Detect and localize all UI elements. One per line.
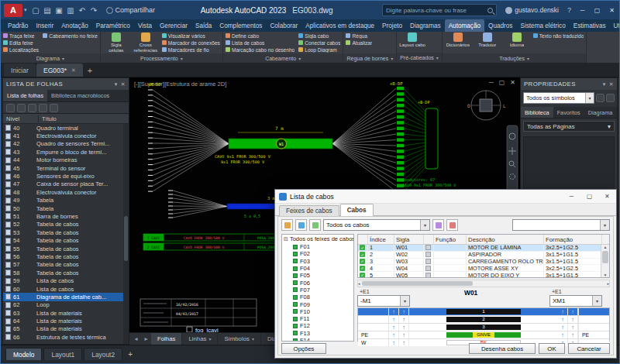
wire-arrow-icon[interactable]: ↑ [568, 308, 578, 315]
plot-icon[interactable]: ▥ [65, 6, 77, 15]
sheet-row[interactable]: 56Tabela de cabos [3, 252, 129, 260]
autocad-logo[interactable]: A [4, 4, 22, 17]
tree-item-f01[interactable]: F01 [282, 243, 353, 250]
wire-arrow-icon[interactable]: ↑ [568, 331, 578, 338]
tree-item-f02[interactable]: F02 [282, 250, 353, 257]
tree-item-f08[interactable]: F08 [282, 294, 353, 300]
sheet-row[interactable]: 40Quadro terminal [3, 124, 129, 132]
panel-caption-regua-de-bornes[interactable]: Régua de bornes▾ [343, 53, 396, 63]
panel-caption-cabeamento[interactable]: Cabeamento▾ [223, 53, 343, 63]
tree-item-f04[interactable]: F04 [282, 265, 353, 272]
sheet-row[interactable]: 44Motor borneiras [3, 156, 129, 164]
ribbon-tab-inserir[interactable]: Inserir [32, 19, 57, 32]
ribbon-button-regua[interactable]: Régua [346, 33, 372, 39]
sheet-row[interactable]: 43Empurre o bloco de termi... [3, 148, 129, 156]
cable-filter-combo[interactable]: Todos os cabos ▾ [323, 219, 430, 231]
sheet-options-icon[interactable] [50, 104, 58, 112]
properties-tab-diagrama[interactable]: Diagrama [584, 107, 617, 118]
sheet-row[interactable]: 60Lista de cabos [3, 285, 129, 293]
wire-arrow-icon[interactable]: ↑ [568, 316, 578, 323]
ribbon-button-sigla-cabo[interactable]: Sigla cabo [298, 33, 340, 39]
ok-button[interactable]: OK [539, 343, 565, 354]
ribbon-button-marcadores-de-fio[interactable]: Marcadores de fio [162, 46, 220, 53]
new-sheet-icon[interactable] [6, 104, 15, 112]
tree-item-f07[interactable]: F07 [282, 287, 353, 294]
print-icon[interactable] [28, 104, 36, 112]
refresh-icon[interactable] [17, 104, 26, 112]
sheet-row[interactable]: 42Quadro de sensores Termi... [3, 140, 129, 148]
scroll-right-icon[interactable]: ▸ [607, 281, 609, 286]
sheet-row[interactable]: 48Electroválvula conector [3, 188, 129, 196]
sheet-row[interactable]: 49Tabela [3, 197, 129, 204]
wire-row[interactable]: PE↑↑GNVE↑↑PE [358, 331, 609, 339]
drawing-tab-folhas[interactable]: Folhas [151, 333, 182, 345]
new-cable-icon[interactable] [281, 219, 293, 231]
ribbon-tab-colaborar[interactable]: Colaborar [266, 19, 301, 32]
file-tab-eg003[interactable]: EG003*✕ [36, 64, 83, 77]
viewport-minimize-icon[interactable]: ─ [489, 79, 494, 86]
ribbon-button-loop-diagram[interactable]: Loop Diagram [298, 46, 340, 53]
panel-caption-pre-cabeados[interactable]: Pré-cabeados▾ [397, 53, 442, 63]
share-button[interactable]: Compartilhar [106, 6, 156, 14]
ribbon-button-marcador-de-conexoes[interactable]: Marcador de conexões [162, 39, 220, 46]
wire-arrow-icon[interactable]: ↑ [389, 331, 399, 338]
redo-icon[interactable]: ↷ [88, 6, 100, 15]
ribbon-tab-sistema-eletrico[interactable]: Sistema elétrico [516, 19, 569, 32]
symbol-filter-combo[interactable]: Todos os símbolos ▾ [523, 92, 594, 104]
sheet-row[interactable]: 66Estrutura de testes térmica [3, 333, 129, 341]
ribbon-tab-complementos[interactable]: Complementos [215, 19, 266, 32]
sheet-row[interactable]: 55Tabela de cabos [3, 245, 129, 252]
ribbon-button-tradutor[interactable]: Tradutor [474, 33, 501, 48]
draw-cables-button[interactable]: Desenha cabos [469, 343, 536, 354]
wire-row[interactable]: ↑↑1↑↑ [358, 308, 609, 316]
tree-item-f06[interactable]: F06 [282, 279, 353, 286]
drawing-tab-linhas[interactable]: Linhas▾ [182, 333, 218, 345]
table-vscrollbar[interactable]: ▲ ▼ [601, 245, 609, 277]
sheet-row[interactable]: 52Tabela de cabos [3, 221, 129, 228]
layout-tab-layout2[interactable]: Layout2 [84, 348, 122, 360]
wire-arrow-icon[interactable]: ↑ [558, 316, 568, 323]
new-drawing-tab-button[interactable]: + [84, 64, 96, 77]
dialog-titlebar[interactable]: Lista de cabos ─ ▢ ✕ [275, 190, 616, 204]
wire-arrow-icon[interactable]: ↑ [399, 324, 409, 331]
sheet-row[interactable]: 47Caixa de sensor placa Ter... [3, 180, 129, 188]
options-button[interactable]: Opções [281, 343, 326, 354]
cancel-button[interactable]: Cancelar [568, 343, 610, 354]
left-device-combo[interactable]: -M1 ▾ [357, 295, 410, 307]
right-device-combo[interactable]: XM1 ▾ [549, 295, 602, 307]
sheet-row[interactable]: 59Lista de cabos [3, 276, 129, 284]
ribbon-tab-estimativas[interactable]: Estimativas [570, 19, 610, 32]
tree-item-f11[interactable]: F11 [282, 315, 353, 322]
sheet-row[interactable]: 57Tabela de cabos [3, 261, 129, 269]
wire-arrow-icon[interactable]: ↑ [558, 331, 568, 338]
sheet-row[interactable]: 51Barra de bornes [3, 212, 129, 220]
sheet-list-scrollbar[interactable] [123, 124, 129, 344]
open-file-icon[interactable]: ▤ [42, 6, 53, 15]
ribbon-button-cabeamento-no-feixe[interactable]: Cabeamento no feixe [43, 33, 98, 39]
dialog-close-button[interactable]: ✕ [598, 190, 616, 204]
ribbon-button-define-cabo[interactable]: Define cabo [226, 33, 294, 39]
sheet-row[interactable]: 61Diagrama de detalhe cab... [3, 293, 129, 300]
properties-tab-biblioteca[interactable]: Biblioteca [521, 107, 553, 118]
open-list-icon[interactable] [295, 219, 307, 231]
ribbon-tab-projeto[interactable]: Projeto [378, 19, 406, 32]
ribbon-button-lista-de-cabos[interactable]: Lista de cabos [226, 39, 294, 46]
properties-close-icon[interactable]: ✕ [609, 81, 614, 88]
tab-scroll-right-icon[interactable]: ▸ [141, 335, 151, 342]
wire-arrow-icon[interactable]: ↑ [558, 308, 568, 315]
ribbon-button-edita-feixe[interactable]: Edita feixe [3, 39, 39, 46]
delete-cable-icon[interactable] [446, 219, 458, 231]
layout-tab-modelo[interactable]: Modelo [5, 348, 42, 360]
tab-feixes-de-cabos[interactable]: Feixes de cabos [279, 205, 339, 216]
import-icon[interactable] [39, 104, 47, 112]
tree-item-f14[interactable]: F14 [282, 337, 353, 342]
sheet-row[interactable]: 50Tabela [3, 204, 129, 212]
wire-arrow-icon[interactable]: ↑ [389, 324, 399, 331]
ribbon-tab-padrao[interactable]: Padrão [4, 19, 32, 32]
panel-caption-traducoes[interactable]: Traduções▾ [443, 53, 587, 63]
tree-item-f09[interactable]: F09 [282, 300, 353, 307]
scroll-down-icon[interactable]: ▼ [604, 273, 608, 277]
search-input[interactable] [386, 7, 487, 14]
tab-biblioteca-macroblocos[interactable]: Biblioteca macroblocos [47, 90, 113, 101]
sheet-row[interactable]: 64Lista de materiais [3, 317, 129, 325]
